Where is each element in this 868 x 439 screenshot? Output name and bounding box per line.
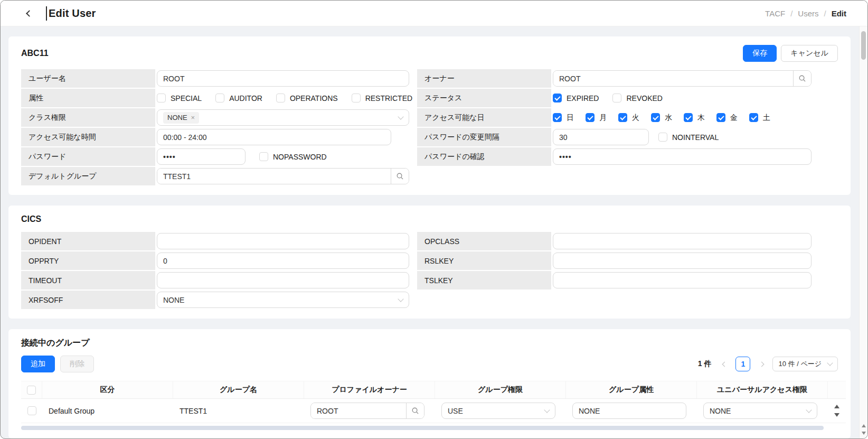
prev-page-button[interactable] <box>719 357 730 371</box>
chevron-down-icon <box>544 407 550 413</box>
day-thu-checkbox[interactable] <box>684 113 693 122</box>
scrollbar-up-arrow[interactable] <box>862 424 866 427</box>
profile-owner-input[interactable] <box>311 403 406 418</box>
checkbox-day-sun[interactable]: 日 <box>553 113 574 123</box>
operations-checkbox[interactable] <box>276 94 285 102</box>
breadcrumb-users[interactable]: Users <box>798 9 818 18</box>
day-mon-label: 月 <box>599 113 607 123</box>
nointerval-checkbox[interactable] <box>658 133 667 142</box>
cancel-button[interactable]: キャンセル <box>781 45 838 62</box>
column-universal-access: ユニバーサルアクセス権限 <box>697 381 828 398</box>
selected-tag: NONE × <box>163 112 199 124</box>
revoked-checkbox[interactable] <box>612 94 621 102</box>
breadcrumb-tacf[interactable]: TACF <box>765 9 785 18</box>
breadcrumb-edit: Edit <box>832 9 846 18</box>
checkbox-restricted[interactable]: RESTRICTED <box>352 94 412 102</box>
tslkey-input[interactable] <box>553 272 812 288</box>
timeout-input[interactable] <box>157 272 409 288</box>
day-tue-checkbox[interactable] <box>618 113 627 122</box>
select-all-checkbox[interactable] <box>27 386 36 395</box>
auditor-checkbox[interactable] <box>215 94 224 102</box>
username-input[interactable] <box>157 70 409 87</box>
row-checkbox[interactable] <box>27 406 36 415</box>
selected-tag-label: NONE <box>167 114 187 122</box>
day-fri-label: 金 <box>730 113 738 123</box>
opprty-input[interactable] <box>157 253 409 269</box>
checkbox-nointerval[interactable]: NOINTERVAL <box>658 133 719 142</box>
profile-owner-search-button[interactable] <box>406 403 424 418</box>
form-row-password-confirm: パスワード NOPASSWORD パスワードの確認 <box>21 147 838 166</box>
pwd-interval-input[interactable] <box>553 129 649 145</box>
default-group-input[interactable] <box>157 169 391 184</box>
delete-group-button[interactable]: 削除 <box>60 356 94 372</box>
connected-groups-section: 接続中のグループ 追加 削除 1 件 1 10 件 / ページ <box>8 329 851 438</box>
group-attribute-input[interactable] <box>572 403 686 419</box>
column-group-attribute: グループ属性 <box>566 381 697 398</box>
default-group-search-button[interactable] <box>391 169 409 184</box>
form-row-classauth-days: クラス権限 NONE × アクセス可能な日 日 <box>21 108 838 127</box>
checkbox-day-thu[interactable]: 木 <box>684 113 705 123</box>
checkbox-operations[interactable]: OPERATIONS <box>276 94 338 102</box>
universal-access-select[interactable]: NONE <box>703 403 817 419</box>
checkbox-day-wed[interactable]: 水 <box>651 113 672 123</box>
scroll-up-arrow[interactable] <box>834 405 839 408</box>
default-group-input-group <box>157 168 409 184</box>
chevron-down-icon <box>398 114 403 119</box>
opident-label: OPIDENT <box>21 232 155 250</box>
remove-tag-icon[interactable]: × <box>191 114 195 121</box>
chevron-right-icon <box>759 361 765 367</box>
attributes-label: 属性 <box>21 89 155 107</box>
back-button[interactable] <box>24 8 34 18</box>
nopassword-checkbox[interactable] <box>259 152 268 161</box>
day-fri-checkbox[interactable] <box>716 113 725 122</box>
checkbox-revoked[interactable]: REVOKED <box>612 94 662 102</box>
opident-input[interactable] <box>157 233 409 249</box>
checkbox-day-tue[interactable]: 火 <box>618 113 639 123</box>
search-icon <box>396 172 404 180</box>
password-input[interactable] <box>157 148 246 165</box>
day-wed-checkbox[interactable] <box>651 113 660 122</box>
column-group-name: グループ名 <box>173 381 304 398</box>
class-authority-select[interactable]: NONE × <box>157 109 409 126</box>
scrollbar-down-arrow[interactable] <box>862 432 866 435</box>
tslkey-label: TSLKEY <box>417 271 551 289</box>
page-size-select[interactable]: 10 件 / ページ <box>772 357 838 371</box>
scroll-down-arrow[interactable] <box>834 413 839 417</box>
auditor-checkbox-label: AUDITOR <box>229 94 262 102</box>
save-button[interactable]: 保存 <box>743 45 777 62</box>
expired-checkbox[interactable] <box>553 94 562 102</box>
group-authority-select[interactable]: USE <box>441 403 555 419</box>
access-time-input[interactable] <box>157 129 391 145</box>
checkbox-special[interactable]: SPECIAL <box>157 94 202 102</box>
rslkey-input[interactable] <box>553 253 812 269</box>
checkbox-day-sat[interactable]: 土 <box>749 113 770 123</box>
pwd-confirm-input[interactable] <box>553 148 812 165</box>
next-page-button[interactable] <box>756 357 767 371</box>
page-title: Edit User <box>49 7 96 20</box>
checkbox-auditor[interactable]: AUDITOR <box>215 94 262 102</box>
pwd-confirm-label: パスワードの確認 <box>417 147 551 166</box>
owner-search-button[interactable] <box>793 71 811 86</box>
checkbox-day-fri[interactable]: 金 <box>716 113 738 123</box>
owner-input[interactable] <box>553 71 793 86</box>
page-number-button[interactable]: 1 <box>735 357 750 371</box>
xrfsoff-select[interactable]: NONE <box>157 292 409 308</box>
checkbox-day-mon[interactable]: 月 <box>586 113 607 123</box>
form-row-attributes-status: 属性 SPECIAL AUDITOR OPERATIONS <box>21 89 838 107</box>
window-scrollbar-thumb[interactable] <box>861 31 866 60</box>
main-content: ABC11 保存 キャンセル ユーザー名 オーナー <box>1 26 860 438</box>
form-row-opprty-rslkey: OPPRTY RSLKEY <box>21 251 838 270</box>
row-category: Default Group <box>42 399 173 423</box>
checkbox-expired[interactable]: EXPIRED <box>553 94 599 102</box>
restricted-checkbox[interactable] <box>352 94 361 102</box>
special-checkbox[interactable] <box>157 94 166 102</box>
checkbox-nopassword[interactable]: NOPASSWORD <box>259 152 327 161</box>
day-sat-checkbox[interactable] <box>749 113 758 122</box>
add-group-button[interactable]: 追加 <box>21 356 55 372</box>
opclass-input[interactable] <box>553 233 812 249</box>
search-icon <box>798 74 806 82</box>
day-mon-checkbox[interactable] <box>586 113 595 122</box>
day-sun-checkbox[interactable] <box>553 113 562 122</box>
table-row: Default Group TTEST1 <box>21 399 846 423</box>
table-horizontal-scrollbar-thumb[interactable] <box>21 426 824 430</box>
